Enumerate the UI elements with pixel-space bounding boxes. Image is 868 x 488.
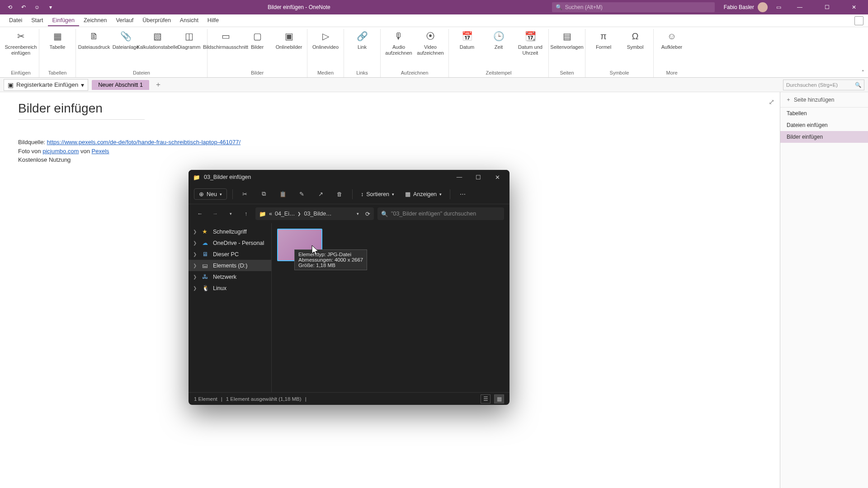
ribbon-item[interactable]: 📆Datum und Uhrzeit: [516, 29, 545, 57]
file-area[interactable]: Elementtyp: JPG-Datei Abmessungen: 4000 …: [272, 223, 509, 392]
path-crumb[interactable]: «: [269, 211, 272, 217]
ribbon-item-label: Zeit: [495, 44, 503, 50]
ribbon-item[interactable]: ▤Seitenvorlagen: [552, 29, 581, 51]
source-link[interactable]: https://www.pexels.com/de-de/foto/hande-…: [47, 139, 241, 145]
ribbon-icon: ▢: [251, 30, 264, 42]
rename-icon[interactable]: ✎: [295, 188, 309, 201]
window-title: Bilder einfügen - OneNote: [55, 4, 543, 10]
page-list-pane: ＋ Seite hinzufügen TabellenDateien einfü…: [780, 92, 868, 488]
delete-icon[interactable]: 🗑: [333, 188, 347, 201]
chevron-right-icon: ❯: [193, 229, 198, 234]
tree-item[interactable]: ❯★Schnellzugriff: [189, 226, 271, 237]
menu-tab-verlauf[interactable]: Verlauf: [111, 15, 138, 26]
fullscreen-icon[interactable]: ⤢: [769, 98, 774, 106]
view-button[interactable]: ▦ Anzeigen ▾: [402, 189, 444, 199]
tree-item[interactable]: ❯🖴Elements (D:): [189, 260, 271, 271]
chevron-down-icon[interactable]: ▾: [357, 211, 359, 216]
address-bar[interactable]: 📁 « 04_Ei… ❯ 03_Bilde… ▾ ⟳: [255, 207, 374, 220]
tree-item[interactable]: ❯🖥Dieser PC: [189, 249, 271, 260]
maximize-button[interactable]: ☐: [816, 0, 837, 14]
ribbon-item-label: Dateianlage: [113, 44, 139, 50]
paste-icon[interactable]: 📋: [276, 188, 290, 201]
share-button[interactable]: [854, 16, 863, 25]
credit-site-link[interactable]: Pexels: [92, 148, 109, 155]
close-button[interactable]: ✕: [844, 0, 864, 14]
ribbon-item[interactable]: 📅Datum: [453, 29, 481, 51]
add-section-button[interactable]: ＋: [153, 80, 164, 90]
section-search[interactable]: Durchsuchen (Strg+E) 🔍: [783, 80, 864, 90]
ribbon-item[interactable]: ▣Onlinebilder: [274, 29, 303, 51]
ribbon-item[interactable]: ◫Diagramm: [175, 29, 203, 51]
path-crumb[interactable]: 04_Ei…: [275, 211, 295, 217]
explorer-titlebar[interactable]: 📁 03_Bilder einfügen — ☐ ✕: [189, 170, 509, 184]
copy-icon[interactable]: ⧉: [257, 188, 271, 201]
explorer-search[interactable]: 🔍 "03_Bilder einfügen" durchsuchen: [377, 207, 504, 220]
user-name: Fabio Basler: [724, 4, 754, 10]
autosave-icon[interactable]: ⟲: [5, 3, 14, 12]
ribbon-item[interactable]: 🕒Zeit: [484, 29, 513, 51]
notebook-dropdown[interactable]: ▣ Registerkarte Einfügen ▾: [4, 79, 88, 91]
ribbon: ✂Screenbereich einfügenEinfügen▦TabelleT…: [0, 27, 868, 78]
ribbon-item[interactable]: ▦Tabelle: [43, 29, 72, 51]
new-button[interactable]: ⊕ Neu ▾: [194, 188, 227, 200]
sync-status-icon[interactable]: ☺: [33, 3, 42, 12]
menu-tab-hilfe[interactable]: Hilfe: [203, 15, 223, 26]
thumbnails-view-icon[interactable]: ▦: [494, 394, 504, 404]
ribbon-display-icon[interactable]: ▭: [774, 3, 783, 12]
menu-tab-zeichnen[interactable]: Zeichnen: [79, 15, 111, 26]
path-crumb[interactable]: 03_Bilde…: [304, 211, 331, 217]
explorer-maximize-button[interactable]: ☐: [471, 171, 486, 183]
up-button[interactable]: ↑: [240, 208, 252, 220]
add-page-button[interactable]: ＋ Seite hinzufügen: [780, 92, 868, 108]
credit-author-link[interactable]: picjumbo.com: [42, 148, 79, 155]
ribbon-item[interactable]: ▭Bildschirmausschnitt: [211, 29, 240, 51]
ribbon-item[interactable]: 🔗Link: [348, 29, 377, 51]
qat-dropdown-icon[interactable]: ▾: [46, 3, 55, 12]
ribbon-item[interactable]: ☺Aufkleber: [657, 29, 686, 51]
section-bar: ▣ Registerkarte Einfügen ▾ Neuer Abschni…: [0, 78, 868, 92]
ribbon-item[interactable]: ✂Screenbereich einfügen: [6, 29, 35, 57]
page-list-item[interactable]: Bilder einfügen: [780, 131, 868, 143]
details-view-icon[interactable]: ☰: [481, 394, 491, 404]
undo-icon[interactable]: ↶: [19, 3, 28, 12]
ribbon-item[interactable]: πFormel: [589, 29, 618, 51]
explorer-close-button[interactable]: ✕: [490, 171, 505, 183]
forward-button[interactable]: →: [209, 208, 221, 220]
search-box[interactable]: 🔍 Suchen (Alt+M): [552, 2, 715, 12]
tree-item[interactable]: ❯☁OneDrive - Personal: [189, 237, 271, 249]
page-list-item[interactable]: Tabellen: [780, 108, 868, 119]
menu-tab-start[interactable]: Start: [27, 15, 47, 26]
cut-icon[interactable]: ✂: [238, 188, 252, 201]
page-body[interactable]: Bildquelle: https://www.pexels.com/de-de…: [18, 138, 762, 164]
page-list-item[interactable]: Dateien einfügen: [780, 119, 868, 131]
nav-tree: ❯★Schnellzugriff❯☁OneDrive - Personal❯🖥D…: [189, 223, 272, 392]
user-account[interactable]: Fabio Basler: [724, 2, 768, 12]
back-button[interactable]: ←: [194, 208, 206, 220]
ribbon-icon: 📆: [524, 30, 537, 42]
menu-tab-datei[interactable]: Datei: [5, 15, 27, 26]
tree-item[interactable]: ❯🖧Netzwerk: [189, 271, 271, 282]
recent-dropdown-icon[interactable]: ▾: [225, 208, 236, 220]
sort-button[interactable]: ↕ Sortieren ▾: [358, 189, 397, 199]
share-icon[interactable]: ↗: [314, 188, 328, 201]
ribbon-item[interactable]: ▢Bilder: [243, 29, 272, 51]
ribbon-item[interactable]: ▧Kalkulationstabelle: [143, 29, 172, 51]
ribbon-collapse-icon[interactable]: ˄: [862, 70, 864, 75]
menu-tab-überprüfen[interactable]: Überprüfen: [138, 15, 175, 26]
menu-tab-ansicht[interactable]: Ansicht: [175, 15, 203, 26]
refresh-icon[interactable]: ⟳: [365, 211, 370, 217]
ribbon-item[interactable]: ⦿Video aufzeichnen: [416, 29, 445, 57]
more-icon[interactable]: ⋯: [456, 188, 469, 201]
ribbon-item[interactable]: 📎Dateianlage: [111, 29, 140, 51]
menu-tab-einfügen[interactable]: Einfügen: [48, 15, 79, 26]
ribbon-group: ✂Screenbereich einfügenEinfügen: [3, 29, 39, 77]
minimize-button[interactable]: —: [789, 0, 810, 14]
ribbon-item[interactable]: 🗎Dateiausdruck: [80, 29, 108, 51]
ribbon-item[interactable]: ΩSymbol: [621, 29, 650, 51]
section-tab[interactable]: Neuer Abschnitt 1: [92, 80, 149, 90]
explorer-minimize-button[interactable]: —: [452, 171, 467, 183]
tree-item[interactable]: ❯🐧Linux: [189, 282, 271, 294]
ribbon-item[interactable]: ▷Onlinevideo: [311, 29, 340, 51]
page-title[interactable]: Bilder einfügen: [18, 101, 145, 120]
ribbon-item[interactable]: 🎙Audio aufzeichnen: [384, 29, 413, 57]
